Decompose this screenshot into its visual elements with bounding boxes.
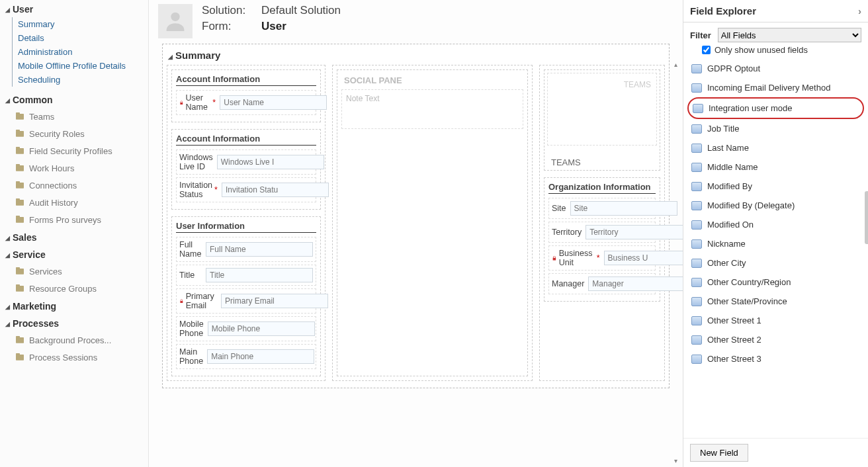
explorer-scrollbar[interactable] xyxy=(865,191,868,244)
tab-summary[interactable]: Summary Account Information User Name* xyxy=(162,44,670,388)
field-manager[interactable]: Manager xyxy=(548,273,656,294)
site-input[interactable] xyxy=(570,201,677,216)
field-item-last-name[interactable]: Last Name xyxy=(687,138,864,157)
nav-item-resource-groups[interactable]: Resource Groups xyxy=(0,280,148,297)
main-phone-input[interactable] xyxy=(207,349,314,364)
left-nav: User SummaryDetailsAdministrationMobile … xyxy=(0,0,149,467)
field-territory[interactable]: Territory xyxy=(548,222,656,243)
field-item-other-state-province[interactable]: Other State/Province xyxy=(687,292,864,311)
field-label: Invitation Status xyxy=(179,181,212,199)
nav-item-process-sessions[interactable]: Process Sessions xyxy=(0,349,148,366)
explorer-collapse-icon[interactable]: › xyxy=(858,5,861,17)
manager-input[interactable] xyxy=(588,276,683,291)
territory-input[interactable] xyxy=(586,225,683,239)
tree-link-scheduling[interactable]: Scheduling xyxy=(13,73,148,87)
nav-item-connections[interactable]: Connections xyxy=(0,177,148,194)
full-name-input[interactable] xyxy=(206,242,313,257)
only-unused-checkbox[interactable] xyxy=(702,46,711,54)
section-title: Account Information xyxy=(176,74,316,86)
field-item-modified-on[interactable]: Modified On xyxy=(687,215,864,234)
nav-group-marketing[interactable]: Marketing xyxy=(0,297,148,314)
section-account-info-1[interactable]: Account Information User Name* xyxy=(171,69,321,122)
field-icon xyxy=(691,316,702,325)
field-icon xyxy=(691,297,702,306)
field-list: GDPR OptoutIncoming Email Delivery Metho… xyxy=(683,59,868,438)
field-item-other-street-[interactable]: Other Street 2 xyxy=(687,330,864,349)
scroll-up-icon[interactable]: ▴ xyxy=(674,61,677,68)
filter-label: Filter xyxy=(690,30,711,40)
teams-label: TEAMS xyxy=(547,146,657,167)
teams-subgrid[interactable]: TEAMS xyxy=(547,73,657,146)
nav-group-common[interactable]: Common xyxy=(0,91,148,108)
field-item-other-city[interactable]: Other City xyxy=(687,253,864,273)
section-title: Account Information xyxy=(176,134,316,146)
user-name-input[interactable] xyxy=(220,95,327,110)
nav-item-services[interactable]: Services xyxy=(0,263,148,280)
field-main-phone[interactable]: Main Phone xyxy=(176,344,316,369)
nav-item-icon xyxy=(15,128,25,139)
note-text-placeholder[interactable]: Note Text xyxy=(341,89,523,129)
section-account-info-2[interactable]: Account Information Windows Live ID Invi… xyxy=(171,129,321,210)
field-item-other-country-region[interactable]: Other Country/Region xyxy=(687,273,864,292)
windows-live-input[interactable] xyxy=(217,155,324,169)
field-title[interactable]: Title xyxy=(176,265,316,286)
field-item-gdpr-optout[interactable]: GDPR Optout xyxy=(687,59,864,78)
nav-group-processes[interactable]: Processes xyxy=(0,314,148,331)
section-org-info[interactable]: Organization Information Site Territory xyxy=(544,177,660,302)
svg-rect-9 xyxy=(16,181,20,183)
new-field-button[interactable]: New Field xyxy=(690,444,748,462)
field-item-label: Last Name xyxy=(707,143,749,153)
field-item-label: Modified By xyxy=(707,181,752,191)
field-icon xyxy=(691,259,702,268)
field-business-unit[interactable]: Business Unit* xyxy=(548,245,656,271)
nav-item-security-roles[interactable]: Security Roles xyxy=(0,125,148,142)
svg-rect-17 xyxy=(16,284,20,286)
entity-avatar xyxy=(158,4,193,38)
primary-email-input[interactable] xyxy=(221,294,328,308)
title-input[interactable] xyxy=(206,268,313,282)
section-teams[interactable]: TEAMS TEAMS xyxy=(544,69,660,171)
tree-link-administration[interactable]: Administration xyxy=(13,45,148,59)
field-item-modified-by-delegate-[interactable]: Modified By (Delegate) xyxy=(687,196,864,215)
field-mobile-phone[interactable]: Mobile Phone xyxy=(176,316,316,341)
scroll-down-icon[interactable]: ▾ xyxy=(674,457,677,464)
mobile-phone-input[interactable] xyxy=(208,321,315,336)
section-social-pane[interactable]: SOCIAL PANE Note Text xyxy=(337,69,528,376)
nav-item-background-proces-[interactable]: Background Proces... xyxy=(0,331,148,349)
tree-link-details[interactable]: Details xyxy=(13,31,148,45)
field-primary-email[interactable]: Primary Email xyxy=(176,288,316,314)
filter-select[interactable]: All Fields xyxy=(718,28,861,42)
field-item-nickname[interactable]: Nickname xyxy=(687,234,864,253)
field-item-other-street-[interactable]: Other Street 3 xyxy=(687,349,864,368)
field-item-incoming-email-delivery-method[interactable]: Incoming Email Delivery Method xyxy=(687,78,864,97)
field-invitation-status[interactable]: Invitation Status* xyxy=(176,177,316,202)
nav-item-field-security-profiles[interactable]: Field Security Profiles xyxy=(0,142,148,159)
column-1: Account Information User Name* Account I… xyxy=(167,65,326,381)
section-user-info[interactable]: User Information Full Name Title xyxy=(171,216,321,376)
nav-group-sales[interactable]: Sales xyxy=(0,228,148,245)
field-item-job-title[interactable]: Job Title xyxy=(687,119,864,138)
canvas-scrollbar[interactable]: ▴ ▾ xyxy=(671,61,680,464)
entity-header[interactable]: User xyxy=(0,0,148,17)
invitation-status-input[interactable] xyxy=(222,183,329,197)
nav-item-icon xyxy=(15,163,25,173)
field-site[interactable]: Site xyxy=(548,198,656,219)
nav-group-service[interactable]: Service xyxy=(0,245,148,263)
field-item-other-street-[interactable]: Other Street 1 xyxy=(687,311,864,330)
field-item-integration-user-mode[interactable]: Integration user mode xyxy=(687,97,864,119)
nav-item-work-hours[interactable]: Work Hours xyxy=(0,159,148,177)
field-full-name[interactable]: Full Name xyxy=(176,237,316,262)
tree-link-mobile-offline-profile-details[interactable]: Mobile Offline Profile Details xyxy=(13,59,148,73)
svg-point-22 xyxy=(171,13,179,21)
field-icon xyxy=(691,239,702,249)
nav-item-forms-pro-surveys[interactable]: Forms Pro surveys xyxy=(0,211,148,228)
tree-link-summary[interactable]: Summary xyxy=(13,17,148,31)
field-item-middle-name[interactable]: Middle Name xyxy=(687,157,864,177)
field-user-name[interactable]: User Name* xyxy=(176,90,316,115)
svg-rect-16 xyxy=(16,286,24,292)
nav-item-audit-history[interactable]: Audit History xyxy=(0,194,148,211)
field-windows-live-id[interactable]: Windows Live ID xyxy=(176,149,316,175)
nav-item-teams[interactable]: Teams xyxy=(0,108,148,125)
field-icon xyxy=(691,163,702,172)
field-item-modified-by[interactable]: Modified By xyxy=(687,177,864,196)
